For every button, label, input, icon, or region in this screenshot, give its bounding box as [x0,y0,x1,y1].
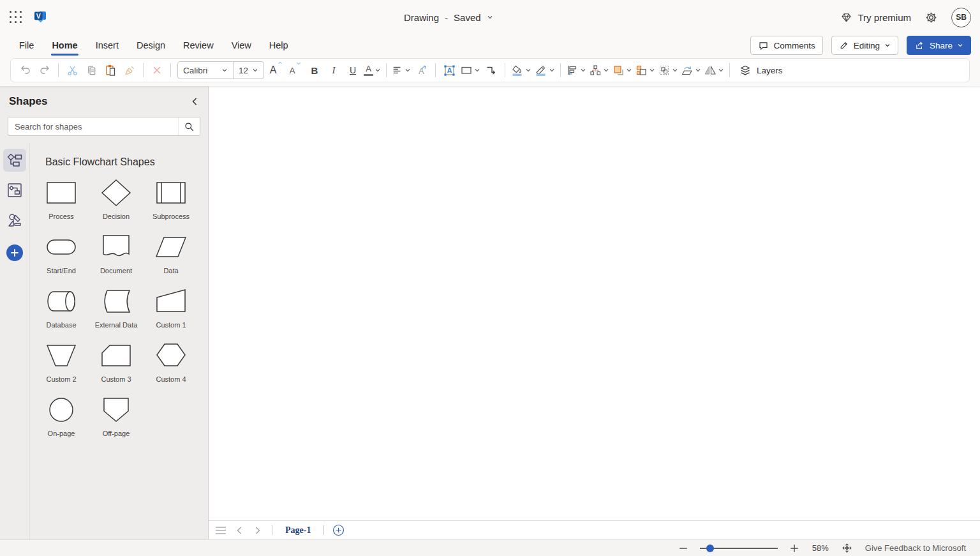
font-family-select[interactable]: Calibri [178,62,233,79]
shape-on-page[interactable]: On-page [34,394,89,448]
zoom-level[interactable]: 58% [812,543,829,553]
add-page-plus-icon [332,524,345,536]
document-title-group[interactable]: Drawing - Saved [404,0,493,34]
italic-button[interactable]: I [324,61,343,80]
shape-custom-2[interactable]: Custom 2 [34,340,89,394]
shapes-list: Basic Flowchart Shapes Process Decision … [30,144,208,539]
share-button[interactable]: Share [907,36,971,55]
try-premium-button[interactable]: Try premium [840,11,911,24]
group-icon [658,64,671,77]
font-color-button[interactable]: A [362,61,382,80]
zoom-in-button[interactable] [789,543,799,553]
settings-gear-icon[interactable] [925,11,937,24]
shape-decision[interactable]: Decision [89,177,144,231]
flip-button[interactable] [702,61,725,80]
search-button[interactable] [178,117,200,135]
zoom-out-button[interactable] [678,543,688,553]
fill-color-button[interactable] [509,61,533,80]
previous-page-button[interactable] [232,523,247,538]
connector-icon [485,64,498,77]
shape-custom-4[interactable]: Custom 4 [144,340,198,394]
stencil-basic-shapes[interactable] [3,179,26,202]
bold-button[interactable]: B [305,61,324,80]
position-button[interactable] [588,61,611,80]
align-text-button[interactable] [390,61,412,80]
menu-insert[interactable]: Insert [87,36,128,54]
chevron-down-icon [580,67,586,73]
shape-external-data[interactable]: External Data [89,285,144,340]
send-backward-button[interactable] [634,61,657,80]
avatar[interactable]: SB [951,8,971,27]
cut-button[interactable] [63,61,82,80]
next-page-button[interactable] [250,523,265,538]
line-color-button[interactable] [533,61,556,80]
format-painter-button[interactable] [120,61,139,80]
send-backward-icon [635,64,648,77]
shrink-font-button[interactable]: A [286,61,305,80]
copy-button[interactable] [82,61,101,80]
drawing-canvas[interactable] [209,86,980,520]
shape-document[interactable]: Document [89,231,144,285]
layers-button[interactable]: Layers [734,61,788,80]
underline-button[interactable]: U [343,61,362,80]
undo-button[interactable] [16,61,35,80]
zoom-slider-thumb[interactable] [706,545,714,552]
stencil-flowchart[interactable] [3,149,26,172]
fit-to-window-button[interactable] [842,543,852,553]
menu-design[interactable]: Design [128,36,174,54]
chevron-down-icon [375,67,381,73]
shape-database[interactable]: Database [34,285,89,340]
shape-off-page[interactable]: Off-page [89,394,144,448]
page-list-menu-button[interactable] [213,523,228,538]
menu-file[interactable]: File [10,36,43,54]
shapes-panel-title: Shapes [9,95,47,108]
shape-process[interactable]: Process [34,177,89,231]
editing-mode-button[interactable]: Editing [831,36,898,55]
save-status: Saved [454,12,481,23]
connector-button[interactable] [482,61,501,80]
visio-logo-icon[interactable]: V [33,10,47,24]
shapes-panel: Shapes [0,86,209,539]
caret-down-icon [296,61,301,66]
chevron-down-icon [474,67,480,73]
chevron-down-icon [884,42,891,49]
bring-forward-button[interactable] [611,61,634,80]
font-size-select[interactable]: 12 [233,62,264,79]
chevron-down-icon [649,67,655,73]
comments-button[interactable]: Comments [750,36,822,55]
page-tab[interactable]: Page-1 [279,525,317,536]
off-page-shape-icon [101,396,131,424]
redo-button[interactable] [35,61,54,80]
menu-help[interactable]: Help [260,36,297,54]
stencil-drawing-tools[interactable] [3,209,26,232]
paste-button[interactable] [101,61,120,80]
collapse-panel-chevron-icon[interactable] [190,96,199,107]
menu-home[interactable]: Home [43,36,86,54]
align-objects-button[interactable] [565,61,588,80]
shape-custom-3[interactable]: Custom 3 [89,340,144,394]
drawing-tools-stencil-icon [7,213,22,228]
shape-search-input[interactable] [8,122,178,131]
delete-button[interactable] [147,61,167,80]
shape-data[interactable]: Data [144,231,198,285]
group-button[interactable] [657,61,679,80]
menu-view[interactable]: View [223,36,260,54]
shape-styles-button[interactable] [459,61,482,80]
add-stencil-button[interactable] [6,244,23,261]
text-box-button[interactable]: A [440,61,459,80]
menu-review[interactable]: Review [174,36,223,54]
zoom-slider[interactable] [700,543,778,554]
align-objects-icon [566,64,579,77]
shape-start-end[interactable]: Start/End [34,231,89,285]
rotate-button[interactable] [679,61,702,80]
app-launcher-waffle-icon[interactable] [10,11,22,24]
font-controls: Calibri 12 [177,61,264,79]
shape-custom-1[interactable]: Custom 1 [144,285,198,340]
text-direction-button[interactable]: A [412,61,431,80]
grow-font-button[interactable]: A [267,61,286,80]
caret-up-icon [278,61,283,66]
canvas-column: Page-1 [209,86,980,539]
add-page-button[interactable] [330,523,346,538]
shape-subprocess[interactable]: Subprocess [144,177,198,231]
give-feedback-link[interactable]: Give Feedback to Microsoft [865,543,966,553]
